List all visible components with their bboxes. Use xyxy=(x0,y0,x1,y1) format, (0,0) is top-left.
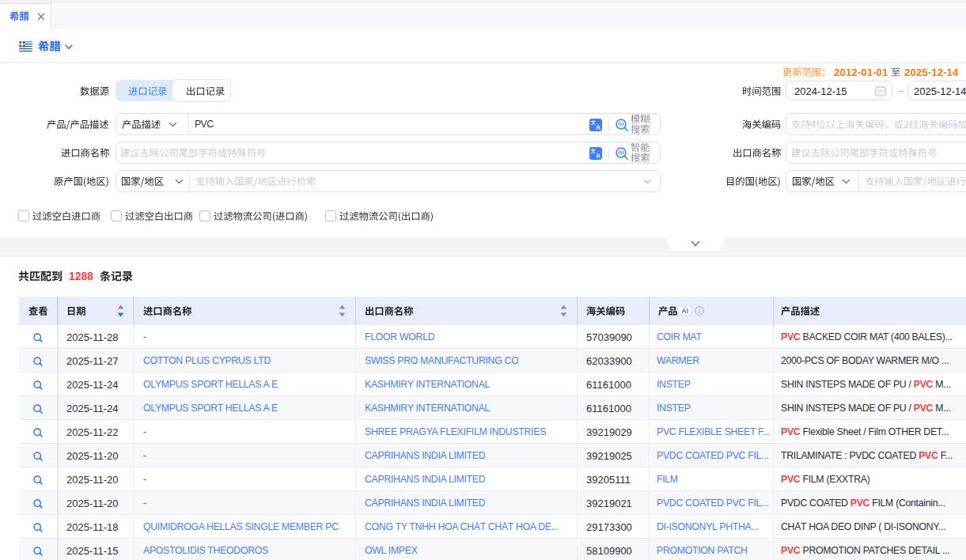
svg-text:A: A xyxy=(596,152,600,159)
svg-text:A: A xyxy=(596,123,600,131)
